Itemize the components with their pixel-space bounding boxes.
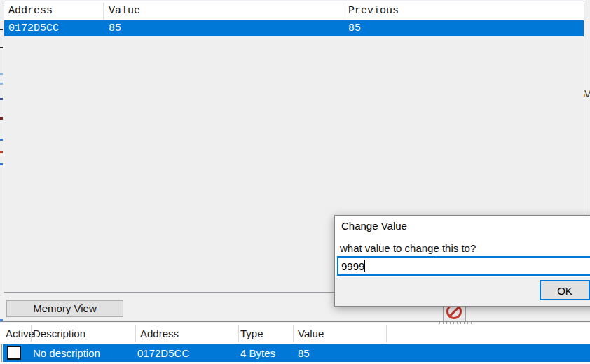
column-divider — [31, 325, 32, 342]
window-edge-fragment — [0, 47, 3, 48]
found-list-row-selected[interactable]: 0172D5CC 85 85 — [4, 20, 584, 36]
active-checkbox[interactable] — [7, 346, 21, 360]
window-edge-fragment — [0, 139, 3, 141]
splitter-grip[interactable] — [439, 322, 473, 324]
cell-value: 85 — [109, 20, 121, 36]
memory-view-button[interactable]: Memory View — [6, 300, 123, 317]
column-divider — [345, 3, 345, 20]
window-edge-fragment — [0, 29, 3, 30]
clipped-label-fragment: V — [584, 88, 590, 99]
change-value-dialog: Change Value what value to change this t… — [334, 215, 590, 307]
cell-previous: 85 — [348, 20, 361, 36]
column-header-value[interactable]: Value — [109, 1, 140, 20]
window-edge-fragment — [0, 117, 3, 120]
column-divider — [386, 325, 387, 342]
column-header-description[interactable]: Description — [33, 323, 85, 344]
column-header-type[interactable]: Type — [240, 323, 263, 344]
window-edge-fragment — [0, 151, 3, 153]
column-divider — [103, 3, 104, 20]
cell-description: No description — [33, 344, 100, 362]
cheat-table-header: Active Description Address Type Value — [0, 323, 590, 344]
window-edge-fragment — [0, 163, 3, 165]
panel-divider — [0, 321, 590, 322]
column-header-previous[interactable]: Previous — [348, 1, 399, 20]
cell-type: 4 Bytes — [240, 344, 275, 362]
window-edge-fragment — [0, 98, 3, 100]
ok-button[interactable]: OK — [540, 280, 590, 300]
column-header-active[interactable]: Active — [6, 323, 34, 344]
cheat-table-row-selected[interactable]: No description 0172D5CC 4 Bytes 85 — [3, 344, 590, 362]
column-divider — [135, 325, 136, 342]
value-input[interactable] — [337, 256, 590, 276]
column-header-value[interactable]: Value — [298, 323, 324, 344]
dialog-prompt-label: what value to change this to? — [340, 242, 476, 254]
window-edge-fragment — [0, 83, 3, 85]
text-caret — [364, 260, 365, 272]
table-edge-line — [1, 344, 2, 364]
column-header-address[interactable]: Address — [140, 323, 179, 344]
cell-address: 0172D5CC — [137, 344, 189, 362]
dialog-title-bar[interactable]: Change Value — [335, 216, 590, 237]
found-list-header: Address Value Previous — [4, 1, 584, 20]
window-edge-fragment — [0, 73, 3, 75]
column-header-address[interactable]: Address — [8, 1, 53, 20]
column-divider — [238, 325, 239, 342]
column-divider — [293, 325, 294, 342]
cell-address: 0172D5CC — [8, 20, 59, 36]
cell-value: 85 — [298, 344, 310, 362]
